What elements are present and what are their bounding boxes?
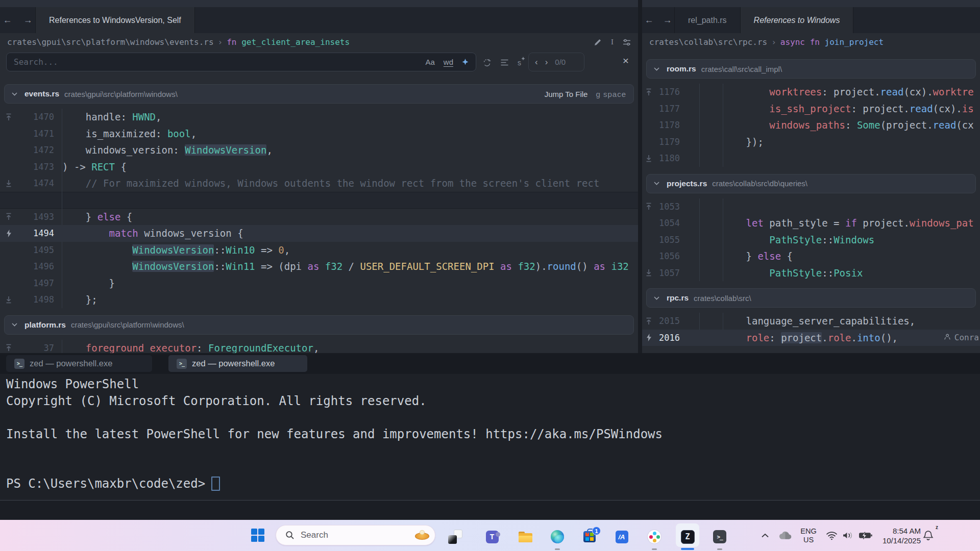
chevron-down-icon[interactable]	[12, 323, 17, 327]
code-line[interactable]: 1180	[642, 150, 980, 167]
semantic-search-icon[interactable]: s	[518, 59, 521, 67]
editor-settings-icon[interactable]	[623, 39, 631, 46]
taskbar-app-store-icon[interactable]: 1	[577, 523, 602, 550]
code-line[interactable]: 37 foreground_executor: ForegroundExecut…	[0, 340, 638, 354]
collaborator-icon	[944, 333, 951, 342]
code-line[interactable]: 1176 worktrees: project.read(cx).worktre	[642, 84, 980, 101]
back-icon[interactable]: ←	[645, 15, 654, 26]
expand-excerpt-up-icon[interactable]	[0, 213, 17, 220]
taskbar-app-zed-icon[interactable]: Z	[675, 523, 700, 550]
code-line[interactable]: 1473) -> RECT {	[0, 159, 638, 176]
notification-bell-icon[interactable]: z	[920, 520, 936, 551]
wifi-icon[interactable]	[824, 520, 839, 551]
code-line[interactable]: 1470 handle: HWND,	[0, 109, 638, 126]
code-line[interactable]: 1054 let path_style = if project.windows…	[642, 215, 980, 232]
replace-icon[interactable]	[482, 58, 492, 67]
excerpt-header[interactable]: rpc.rscrates\collab\src\	[646, 288, 976, 308]
expand-excerpt-down-icon[interactable]	[0, 180, 17, 187]
close-search-icon[interactable]: ×	[623, 55, 629, 66]
code-line[interactable]: 1053	[642, 198, 980, 215]
jump-to-file-button[interactable]: Jump To File	[545, 90, 588, 98]
code-text: } else {	[699, 251, 793, 262]
chevron-down-icon[interactable]	[654, 182, 659, 185]
forward-icon[interactable]: →	[23, 15, 33, 26]
code-line[interactable]: 1177 is_ssh_project: project.read(cx).is	[642, 101, 980, 117]
pane-divider[interactable]	[638, 0, 642, 353]
code-line[interactable]: 1494 match windows_version {	[0, 225, 638, 242]
excerpt-header[interactable]: room.rscrates\call\src\call_impl\	[646, 59, 976, 79]
code-line[interactable]: 1055 PathStyle::Windows	[642, 232, 980, 248]
terminal-tab-1[interactable]: >_ zed — powershell.exe	[6, 355, 152, 372]
language-indicator[interactable]: ENG US	[796, 520, 821, 551]
breadcrumb-right[interactable]: crates\collab\src\rpc.rs › async fn join…	[642, 33, 980, 51]
case-sensitive-toggle[interactable]: Aa	[425, 58, 434, 66]
taskbar-app-edge-icon[interactable]	[545, 523, 570, 550]
terminal-prompt[interactable]: PS C:\Users\maxbr\code\zed>	[0, 475, 980, 492]
code-line[interactable]: 2015 language_server_capabilities,	[642, 313, 980, 330]
expand-excerpt-down-icon[interactable]	[642, 155, 655, 162]
expand-excerpt-up-icon[interactable]	[0, 344, 17, 352]
tab-rel-path[interactable]: rel_path.rs	[675, 7, 741, 33]
code-line[interactable]: 1178 windows_paths: Some(project.read(cx	[642, 117, 980, 134]
code-line[interactable]: 1496 WindowsVersion::Win11 => (dpi as f3…	[0, 258, 638, 275]
expand-excerpt-down-icon[interactable]	[0, 296, 17, 304]
code-text: windows_paths: Some(project.read(cx	[699, 119, 974, 131]
taskbar-app-stack-squares-icon[interactable]	[443, 523, 468, 550]
code-line[interactable]: 1493 } else {	[0, 209, 638, 226]
taskbar-app-file-explorer-icon[interactable]	[513, 523, 537, 550]
taskbar-app-slack-icon[interactable]	[642, 523, 667, 550]
taskbar-app-terminal-icon[interactable]: >_	[707, 523, 732, 550]
excerpt-header[interactable]: platform.rscrates\gpui\src\platform\wind…	[4, 315, 634, 335]
code-line[interactable]: 1474 // For maximized windows, Windows o…	[0, 175, 638, 192]
expand-excerpt-up-icon[interactable]	[642, 203, 655, 210]
terminal-output[interactable]: Windows PowerShellCopyright (C) Microsof…	[0, 374, 980, 500]
clock[interactable]: 8:54 AM 10/14/2025	[874, 520, 921, 551]
volume-icon[interactable]	[840, 520, 855, 551]
cursor-icon[interactable]: I	[611, 38, 614, 46]
terminal-tab-2[interactable]: >_ zed — powershell.exe	[168, 355, 307, 372]
code-line[interactable]: 1057 PathStyle::Posix	[642, 265, 980, 282]
code-line[interactable]: 1472 windows_version: WindowsVersion,	[0, 142, 638, 159]
collaborator-indicator[interactable]: Conra	[944, 330, 979, 346]
code-line[interactable]: 1497 }	[0, 275, 638, 292]
tray-chevron-up-icon[interactable]	[757, 520, 773, 551]
match-count: 0/0	[555, 58, 566, 66]
taskbar-search[interactable]: Search	[276, 525, 435, 545]
whole-word-toggle[interactable]: wd	[444, 58, 453, 66]
search-input-box[interactable]: Aa wd	[6, 53, 476, 71]
expand-excerpt-up-icon[interactable]	[0, 113, 17, 121]
breadcrumb-left[interactable]: crates\gpui\src\platform\windows\events.…	[0, 33, 638, 51]
selection-filter-icon[interactable]	[500, 59, 509, 66]
start-button-icon[interactable]	[251, 529, 264, 542]
code-line[interactable]: 1498 };	[0, 291, 638, 308]
taskbar-app-teams-icon[interactable]: T	[480, 523, 504, 550]
expand-excerpt-down-icon[interactable]	[642, 269, 655, 277]
code-line[interactable]: 1495 WindowsVersion::Win10 => 0,	[0, 242, 638, 259]
tab-references-windowsversion[interactable]: References to WindowsVersion, Self	[36, 7, 195, 33]
inline-assist-icon[interactable]	[594, 38, 602, 46]
battery-charging-icon[interactable]	[856, 520, 874, 551]
next-match-icon[interactable]: ›	[545, 57, 548, 67]
ai-search-icon[interactable]	[462, 59, 469, 65]
code-line[interactable]: 1056 } else {	[642, 248, 980, 265]
chevron-down-icon[interactable]	[654, 296, 659, 300]
code-action-bolt-icon[interactable]	[642, 334, 655, 341]
onedrive-cloud-icon[interactable]	[776, 520, 794, 551]
code-line[interactable]: 1179 });	[642, 134, 980, 151]
expand-excerpt-up-icon[interactable]	[642, 317, 655, 325]
code-line[interactable]: 2016 role: project.role.into(),Conra	[642, 330, 980, 346]
search-input[interactable]	[14, 57, 425, 67]
chevron-down-icon[interactable]	[12, 92, 17, 96]
code-line[interactable]: 1471 is_maximized: bool,	[0, 126, 638, 142]
back-icon[interactable]: ←	[3, 15, 12, 26]
tab-references-windows[interactable]: References to Windows	[741, 7, 854, 33]
taskbar-app-slash-a-icon[interactable]: /A	[609, 523, 634, 550]
code-action-bolt-icon[interactable]	[0, 230, 17, 237]
active-app-indicator	[681, 548, 694, 550]
prev-match-icon[interactable]: ‹	[535, 57, 538, 67]
expand-excerpt-up-icon[interactable]	[642, 88, 655, 96]
excerpt-header[interactable]: projects.rscrates\collab\src\db\queries\	[646, 174, 976, 193]
chevron-down-icon[interactable]	[654, 67, 659, 71]
excerpt-header[interactable]: events.rscrates\gpui\src\platform\window…	[4, 84, 634, 104]
forward-icon[interactable]: →	[663, 15, 672, 26]
